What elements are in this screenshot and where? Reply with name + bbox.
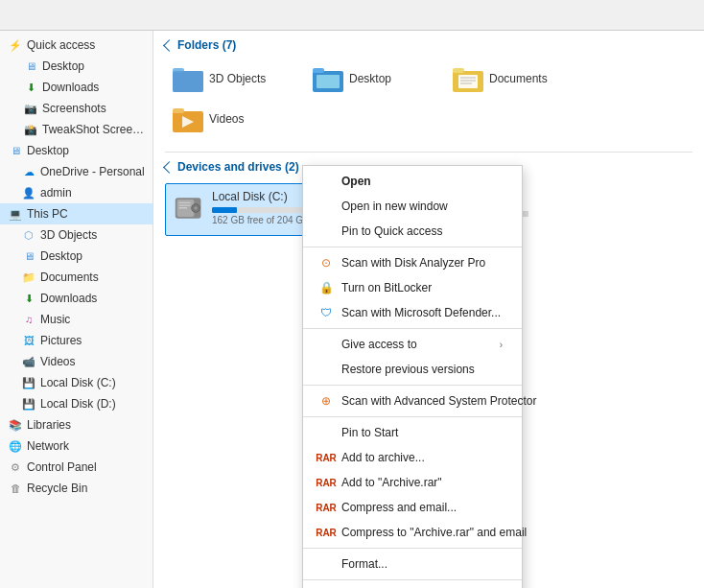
sidebar-item-local-disk-d[interactable]: 💾 Local Disk (D:) <box>0 393 153 414</box>
folder-item-videos[interactable]: Videos <box>165 102 299 136</box>
sidebar-item-quick-access[interactable]: ⚡ Quick access <box>0 35 153 56</box>
sidebar-item-downloads-pc[interactable]: ⬇ Downloads <box>0 288 153 309</box>
sidebar-item-documents[interactable]: 📁 Documents <box>0 267 153 288</box>
context-menu: Open Open in new window Pin to Quick acc… <box>302 165 523 588</box>
ctx-pin-quick-icon <box>318 223 334 239</box>
folder-icon-documents <box>453 65 483 92</box>
ctx-scan-asp[interactable]: ⊕ Scan with Advanced System Protector <box>303 388 522 413</box>
sidebar-item-libraries[interactable]: 📚 Libraries <box>0 414 153 435</box>
ctx-pin-start-icon <box>318 425 334 440</box>
folder-icon-3d <box>173 65 203 92</box>
ctx-label-compress-email: RAR Compress and email... <box>318 500 503 515</box>
3d-icon: ⬡ <box>21 227 36 243</box>
ctx-label-bitlocker: 🔒 Turn on BitLocker <box>318 280 503 295</box>
network-icon: 🌐 <box>8 438 23 454</box>
sidebar-item-label: Music <box>40 313 70 326</box>
sidebar-item-label: Quick access <box>27 38 95 52</box>
ctx-label-pin-quick: Pin to Quick access <box>318 223 503 239</box>
svg-rect-20 <box>178 201 190 202</box>
sidebar-item-network[interactable]: 🌐 Network <box>0 435 153 457</box>
sidebar-item-label: OneDrive - Personal <box>40 165 145 178</box>
ctx-give-access[interactable]: Give access to › <box>303 332 522 357</box>
ctx-add-archive-rar[interactable]: RAR Add to "Archive.rar" <box>303 470 522 495</box>
sidebar-item-local-disk-c[interactable]: 💾 Local Disk (C:) <box>0 372 153 393</box>
sidebar-item-videos[interactable]: 📹 Videos <box>0 351 153 372</box>
ctx-label-scan-disk: ⊙ Scan with Disk Analyzer Pro <box>318 255 503 270</box>
sidebar-item-recycle-bin[interactable]: 🗑 Recycle Bin <box>0 478 153 499</box>
pictures-icon: 🖼 <box>21 333 36 348</box>
sidebar-item-desktop-main[interactable]: 🖥 Desktop <box>0 140 153 161</box>
ctx-label-compress-archive-email: RAR Compress to "Archive.rar" and email <box>318 525 527 540</box>
sidebar-item-label: Screenshots <box>42 102 106 115</box>
sidebar-item-label: Videos <box>40 355 75 368</box>
ctx-divider-1 <box>303 247 522 247</box>
folder-name-videos: Videos <box>209 112 244 126</box>
svg-rect-9 <box>458 75 478 88</box>
sidebar-item-label: Network <box>27 439 69 453</box>
sidebar-item-music[interactable]: ♫ Music <box>0 309 153 330</box>
sidebar-item-desktop-quick[interactable]: 🖥 Desktop <box>0 56 153 77</box>
tweakshot-icon: 📸 <box>23 122 38 137</box>
ctx-open-new-icon <box>318 199 334 214</box>
sidebar-item-downloads-quick[interactable]: ⬇ Downloads <box>0 77 153 98</box>
svg-rect-6 <box>317 75 340 88</box>
ctx-compress-archive-email[interactable]: RAR Compress to "Archive.rar" and email <box>303 520 522 545</box>
ctx-label-add-archive: RAR Add to archive... <box>318 450 503 465</box>
desktop-main-icon: 🖥 <box>8 143 23 158</box>
drives-section-label: Devices and drives (2) <box>177 160 299 174</box>
sidebar-item-label: Desktop <box>27 144 69 157</box>
drive-icon-c <box>174 193 204 223</box>
ctx-label-pin-start: Pin to Start <box>318 425 503 440</box>
ctx-disk-analyzer-icon: ⊙ <box>318 255 334 270</box>
sidebar-item-label: TweakShot Screen Reco <box>42 123 149 136</box>
sidebar: ⚡ Quick access 🖥 Desktop ⬇ Downloads 📷 S… <box>0 31 153 588</box>
sidebar-item-label: Downloads <box>40 292 97 305</box>
quick-access-icon: ⚡ <box>8 37 23 53</box>
svg-rect-14 <box>173 108 184 113</box>
folder-item-documents[interactable]: Documents <box>445 61 579 96</box>
ctx-open[interactable]: Open <box>303 169 522 194</box>
sidebar-item-this-pc[interactable]: 💻 This PC <box>0 203 153 224</box>
title-bar <box>0 0 704 31</box>
disk-c-icon: 💾 <box>21 375 36 390</box>
sidebar-item-3d-objects[interactable]: ⬡ 3D Objects <box>0 224 153 246</box>
svg-rect-3 <box>173 71 203 92</box>
ctx-scan-defender[interactable]: 🛡 Scan with Microsoft Defender... <box>303 300 522 325</box>
ctx-copy[interactable]: Copy <box>303 583 522 588</box>
sidebar-item-tweakshot-quick[interactable]: 📸 TweakShot Screen Reco <box>0 119 153 140</box>
ctx-label-format: Format... <box>318 556 503 572</box>
sidebar-item-label: Documents <box>40 270 99 284</box>
ctx-label-restore-versions: Restore previous versions <box>318 362 503 377</box>
sidebar-item-label: Recycle Bin <box>27 482 87 495</box>
ctx-add-archive[interactable]: RAR Add to archive... <box>303 445 522 470</box>
sidebar-item-label: Pictures <box>40 334 82 347</box>
ctx-open-new-window[interactable]: Open in new window <box>303 194 522 219</box>
sidebar-item-control-panel[interactable]: ⚙ Control Panel <box>0 457 153 478</box>
svg-rect-8 <box>453 68 464 73</box>
this-pc-icon: 💻 <box>8 206 23 222</box>
ctx-format[interactable]: Format... <box>303 552 522 576</box>
ctx-compress-email[interactable]: RAR Compress and email... <box>303 495 522 520</box>
ctx-divider-4 <box>303 416 522 417</box>
sidebar-item-desktop-pc[interactable]: 🖥 Desktop <box>0 246 153 267</box>
ctx-bitlocker[interactable]: 🔒 Turn on BitLocker <box>303 275 522 300</box>
sidebar-item-onedrive[interactable]: ☁ OneDrive - Personal <box>0 161 153 182</box>
folder-name-documents: Documents <box>489 72 548 85</box>
disk-d-icon: 💾 <box>21 396 36 412</box>
ctx-rar-archive-icon: RAR <box>318 450 334 465</box>
sidebar-item-label: Libraries <box>27 418 71 432</box>
sidebar-item-admin[interactable]: 👤 admin <box>0 182 153 203</box>
sidebar-item-pictures[interactable]: 🖼 Pictures <box>0 330 153 351</box>
folder-item-desktop[interactable]: Desktop <box>305 61 439 96</box>
sidebar-item-screenshots-quick[interactable]: 📷 Screenshots <box>0 98 153 119</box>
folder-item-3d-objects[interactable]: 3D Objects <box>165 61 299 96</box>
folder-icon-videos <box>173 106 203 132</box>
ctx-pin-quick-access[interactable]: Pin to Quick access <box>303 219 522 244</box>
ctx-label-give-access: Give access to <box>318 337 500 352</box>
ctx-pin-start[interactable]: Pin to Start <box>303 420 522 445</box>
ctx-restore-versions[interactable]: Restore previous versions <box>303 357 522 382</box>
svg-point-19 <box>194 206 198 210</box>
ctx-scan-disk-analyzer[interactable]: ⊙ Scan with Disk Analyzer Pro <box>303 250 522 275</box>
ctx-divider-3 <box>303 385 522 386</box>
screenshots-icon: 📷 <box>23 101 38 116</box>
